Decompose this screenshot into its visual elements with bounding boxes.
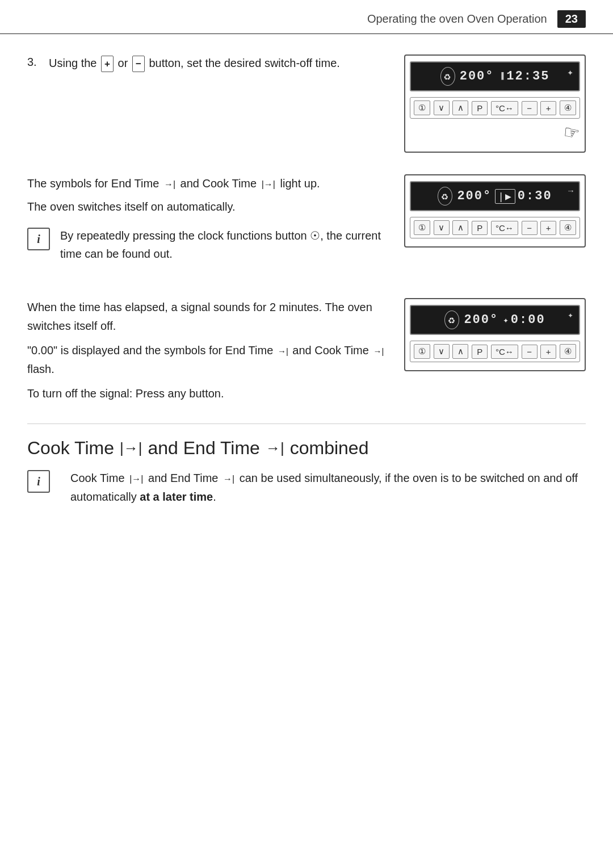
end-time-arrow-info2: →| xyxy=(223,474,234,484)
btn-up-3: ∧ xyxy=(452,344,468,359)
btn-clock-3: ④ xyxy=(560,344,576,359)
hand-pointer-icon: ☞ xyxy=(562,121,582,145)
btn-plus-1: + xyxy=(540,101,556,115)
cook-time-arrow-3: →| xyxy=(373,346,384,356)
section-divider xyxy=(27,423,586,424)
btn-minus-1: − xyxy=(522,101,538,115)
btn-temp-3: °C↔ xyxy=(491,345,518,359)
end-arrow-2: → xyxy=(568,187,574,196)
btn-up-1: ∧ xyxy=(452,100,468,115)
elapsed-text: When the time has elapsed, a signal soun… xyxy=(27,298,387,336)
btn-minus-3: − xyxy=(522,345,538,359)
btn-plus-3: + xyxy=(540,345,556,359)
oven-display-3: ♻ 200° ✦ 0:00 ✦ xyxy=(410,305,580,335)
info-icon-1: i xyxy=(27,228,50,250)
zero-display-text: "0.00" is displayed and the symbols for … xyxy=(27,341,387,379)
separator-1: ▐ xyxy=(499,72,505,81)
fan-icon-1: ♻ xyxy=(440,67,455,86)
oven-buttons-3: ① ∨ ∧ P °C↔ − + ④ xyxy=(410,341,580,362)
btn-down-2: ∨ xyxy=(434,220,450,235)
btn-temp-2: °C↔ xyxy=(491,221,518,235)
oven-buttons-1: ① ∨ ∧ P °C↔ − + ④ xyxy=(410,97,580,119)
end-time-arrow-heading: →| xyxy=(266,439,284,457)
btn-down-1: ∨ xyxy=(434,100,450,115)
cook-time-arrow-info2: |→| xyxy=(129,474,143,484)
btn-clock-2: ④ xyxy=(560,220,576,235)
btn-up-2: ∧ xyxy=(452,220,468,235)
info-1-row: i By repeatedly pressing the clock funct… xyxy=(27,227,387,263)
section-2-row: When the time has elapsed, a signal soun… xyxy=(27,298,586,403)
section-1-row: The symbols for End Time →| and Cook Tim… xyxy=(27,174,586,281)
page-number: 23 xyxy=(557,10,586,28)
info-icon-2: i xyxy=(27,470,50,493)
oven-panel-3: ♻ 200° ✦ 0:00 ✦ ① ∨ ∧ P °C↔ − + ④ xyxy=(404,298,586,371)
bold-later-time: at a later time xyxy=(140,490,213,503)
info-2-text: Cook Time |→| and End Time →| can be use… xyxy=(70,469,586,506)
spark-icon-1: ✦ xyxy=(567,66,574,78)
section-1-text: The symbols for End Time →| and Cook Tim… xyxy=(27,174,387,281)
star-icon-left: ✦ xyxy=(503,315,510,326)
btn-power-2: ① xyxy=(414,220,430,235)
step-number-3: 3. xyxy=(27,54,49,69)
cook-time-arrow-heading: |→| xyxy=(120,439,142,457)
main-content: 3. Using the + or − button, set the desi… xyxy=(0,34,613,529)
btn-p-3: P xyxy=(472,345,488,359)
step-3-text: Using the + or − button, set the desired… xyxy=(49,54,384,72)
time-display-2: 0:30 xyxy=(518,189,552,203)
btn-power-1: ① xyxy=(414,100,430,115)
time-display-1: 12:35 xyxy=(506,69,549,83)
section-heading-combined: Cook Time |→| and End Time →| combined xyxy=(27,438,586,459)
btn-down-3: ∨ xyxy=(434,344,450,359)
panel-1-image: ♻ 200° ▐ 12:35 ✦ ① ∨ ∧ P °C↔ − + ④ xyxy=(404,54,586,153)
fan-icon-3: ♻ xyxy=(444,311,459,329)
btn-p-1: P xyxy=(472,101,488,115)
step-3-row: 3. Using the + or − button, set the desi… xyxy=(27,54,586,153)
end-cook-light-text: The symbols for End Time →| and Cook Tim… xyxy=(27,174,387,193)
btn-plus-2: + xyxy=(540,221,556,235)
oven-panel-2: ♻ 200° |▶ 0:30 → ① ∨ ∧ P °C↔ − + ④ xyxy=(404,174,586,248)
panel-2-container: ♻ 200° |▶ 0:30 → ① ∨ ∧ P °C↔ − + ④ xyxy=(404,174,586,248)
turn-off-signal-text: To turn off the signal: Press any button… xyxy=(27,384,387,403)
header-title: Operating the oven Oven Operation xyxy=(367,12,547,26)
end-time-arrow-1: →| xyxy=(164,179,175,189)
oven-display-2: ♻ 200° |▶ 0:30 → xyxy=(410,181,580,211)
temp-display-1: 200° xyxy=(460,69,494,83)
oven-buttons-2: ① ∨ ∧ P °C↔ − + ④ xyxy=(410,217,580,238)
info-1-text: By repeatedly pressing the clock functio… xyxy=(60,227,387,263)
btn-temp-1: °C↔ xyxy=(491,101,518,115)
info-2-row: i Cook Time |→| and End Time →| can be u… xyxy=(27,469,586,506)
btn-minus-2: − xyxy=(522,221,538,235)
section-2-text: When the time has elapsed, a signal soun… xyxy=(27,298,387,403)
end-time-arrow-3: →| xyxy=(278,346,288,356)
fan-icon-2: ♻ xyxy=(438,187,452,206)
cook-time-arrow-1: |→| xyxy=(262,179,275,189)
minus-button-symbol: − xyxy=(132,56,145,73)
panel-3-container: ♻ 200° ✦ 0:00 ✦ ① ∨ ∧ P °C↔ − + ④ xyxy=(404,298,586,371)
auto-on-text: The oven switches itself on automaticall… xyxy=(27,198,387,216)
star-icon-right: ✦ xyxy=(568,309,574,321)
btn-p-2: P xyxy=(472,221,488,235)
temp-display-3: 200° xyxy=(464,313,498,327)
time-display-3: 0:00 xyxy=(511,313,545,327)
plus-button-symbol: + xyxy=(101,56,114,73)
oven-display-1: ♻ 200° ▐ 12:35 ✦ xyxy=(410,61,580,91)
cook-indicator-2: |▶ xyxy=(495,189,515,204)
oven-panel-1: ♻ 200° ▐ 12:35 ✦ ① ∨ ∧ P °C↔ − + ④ xyxy=(404,54,586,153)
btn-clock-1: ④ xyxy=(560,100,576,115)
page-header: Operating the oven Oven Operation 23 xyxy=(0,0,613,34)
temp-display-2: 200° xyxy=(457,189,492,203)
btn-power-3: ① xyxy=(414,344,430,359)
hand-pointer-container: ☞ xyxy=(410,122,580,144)
